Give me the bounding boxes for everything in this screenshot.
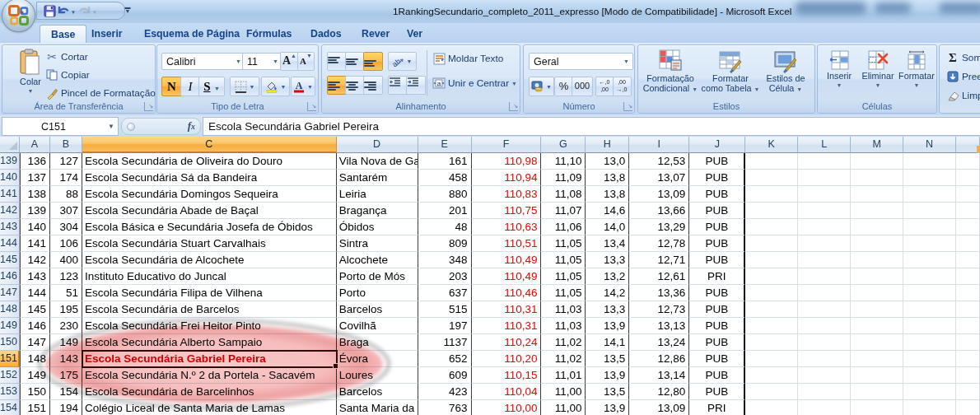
cell-K142[interactable] [745,203,798,219]
cell-K145[interactable] [745,252,798,268]
row-header-150[interactable]: 150 [0,334,20,351]
cell-H151[interactable]: 13,5 [586,351,629,367]
cell-L140[interactable] [798,170,851,186]
number-format-combo[interactable]: Geral ▼ [529,53,633,70]
cell-A147[interactable]: 144 [20,285,50,301]
cell-H143[interactable]: 14,0 [586,219,629,235]
cell-I149[interactable]: 13,13 [629,318,689,334]
cell-C141[interactable]: Escola Secundária Domingos Sequeira [82,186,337,203]
row-header-151[interactable]: 151 [0,351,20,367]
cell-B142[interactable]: 307 [50,203,82,219]
conditional-formatting-button[interactable]: Formatação Condicional ▼ [640,49,701,95]
align-right-button[interactable] [363,76,383,95]
cell-L150[interactable] [798,334,851,351]
cell-D148[interactable]: Barcelos [337,301,418,318]
redo-dropdown-arrow[interactable]: ▼ [92,10,97,15]
cell-D140[interactable]: Santarém [337,170,418,186]
cell-L144[interactable] [798,235,851,252]
cell-F143[interactable]: 110,63 [472,219,542,235]
cell-G150[interactable]: 11,02 [541,334,586,351]
cell-K148[interactable] [745,301,798,318]
cell-G152[interactable]: 11,01 [541,367,586,384]
ribbon-tab-rever[interactable]: Rever [351,25,400,43]
cell-A141[interactable]: 138 [20,186,50,203]
cell-G147[interactable]: 11,05 [541,285,586,301]
name-box[interactable]: C151 ▼ [2,117,119,136]
cell-H148[interactable]: 13,3 [586,301,629,318]
font-color-button[interactable]: A ▼ [291,77,315,96]
cell-M154[interactable] [851,400,903,415]
cell-B139[interactable]: 127 [50,153,82,170]
save-button[interactable] [44,3,56,18]
font-name-combo[interactable]: Calibri ▼ [161,53,245,70]
cell-D150[interactable]: Braga [337,334,418,351]
cell-N154[interactable] [903,400,956,415]
cell-G139[interactable]: 11,10 [541,153,586,170]
alignment-dialog-launcher[interactable]: ↘ [509,102,518,111]
cell-A150[interactable]: 147 [20,334,50,351]
orientation-button[interactable]: ab ▼ [388,52,417,71]
cell-F154[interactable]: 110,00 [472,400,542,415]
cell-B145[interactable]: 400 [50,252,82,268]
cell-K151[interactable] [745,351,798,367]
cell-N142[interactable] [903,203,956,219]
cell-G153[interactable]: 11,00 [541,384,586,400]
cell-K144[interactable] [745,235,798,252]
cell-N146[interactable] [903,268,956,285]
cell-B140[interactable]: 174 [50,170,82,186]
cell-E141[interactable]: 880 [418,186,472,203]
cell-B141[interactable]: 88 [50,186,82,203]
cell-D139[interactable]: Vila Nova de Gaia [337,153,418,170]
cell-B148[interactable]: 195 [50,301,82,318]
cell-O144[interactable] [956,235,980,252]
cell-I146[interactable]: 12,61 [629,268,689,285]
cell-K154[interactable] [745,400,798,415]
cell-F142[interactable]: 110,75 [472,203,542,219]
row-header-146[interactable]: 146 [0,268,20,285]
cell-N153[interactable] [903,384,956,400]
fill-color-button[interactable]: ▼ [261,77,290,96]
row-header-149[interactable]: 149 [0,318,20,334]
cell-E147[interactable]: 637 [418,285,472,301]
cell-E153[interactable]: 423 [418,384,472,400]
cell-M142[interactable] [851,203,903,219]
cell-H145[interactable]: 13,3 [586,252,629,268]
cell-O141[interactable] [956,186,980,203]
cell-F139[interactable]: 110,98 [472,153,542,170]
cell-N140[interactable] [903,170,956,186]
cell-I147[interactable]: 13,36 [629,285,689,301]
cell-H150[interactable]: 14,1 [586,334,629,351]
cell-C149[interactable]: Escola Secundária Frei Heitor Pinto [82,318,337,334]
cell-M153[interactable] [851,384,903,400]
cell-L143[interactable] [798,219,851,235]
undo-button[interactable] [57,3,70,18]
cell-O140[interactable] [956,170,980,186]
cell-G141[interactable]: 11,08 [541,186,586,203]
cell-H147[interactable]: 14,2 [586,285,629,301]
cell-I148[interactable]: 12,73 [629,301,689,318]
row-header-152[interactable]: 152 [0,367,20,384]
cell-M152[interactable] [851,367,903,384]
format-cells-button[interactable]: Formatar ▼ [898,49,935,91]
cell-J145[interactable]: PUB [689,252,745,268]
cell-L149[interactable] [798,318,851,334]
row-header-147[interactable]: 147 [0,285,20,301]
cell-K147[interactable] [745,285,798,301]
cell-I153[interactable]: 12,80 [629,384,689,400]
column-header-C[interactable]: C [82,137,337,153]
cell-B154[interactable]: 194 [50,400,82,415]
cell-I141[interactable]: 13,09 [629,186,689,203]
cell-B144[interactable]: 106 [50,235,82,252]
cell-G145[interactable]: 11,05 [541,252,586,268]
cell-J154[interactable]: PRI [689,400,745,415]
cell-O145[interactable] [956,252,980,268]
formula-bar-splitter[interactable]: fx [121,118,201,135]
name-box-dropdown-arrow[interactable]: ▼ [105,123,118,130]
italic-button[interactable]: I [180,77,200,96]
cell-H146[interactable]: 13,2 [586,268,629,285]
comma-style-button[interactable]: 000 [572,77,593,96]
cell-M148[interactable] [851,301,903,318]
cell-G146[interactable]: 11,05 [541,268,586,285]
cell-M149[interactable] [851,318,903,334]
cell-E142[interactable]: 201 [418,203,472,219]
